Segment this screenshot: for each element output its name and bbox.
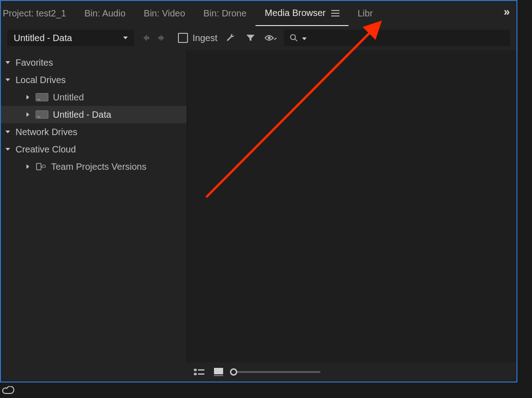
ingest-label: Ingest: [193, 33, 217, 43]
thumbnail-icon: [214, 368, 223, 376]
media-browser-footer: [1, 362, 516, 382]
media-browser-content[interactable]: [187, 50, 516, 362]
sidebar-section-creative-cloud[interactable]: Creative Cloud: [1, 141, 187, 158]
creative-cloud-icon: [2, 386, 15, 395]
file-type-toggle-button[interactable]: [264, 31, 277, 45]
chevron-down-icon: [123, 37, 128, 39]
tab-media-browser-label: Media Browser: [265, 8, 325, 18]
list-icon: [194, 368, 205, 376]
item-label: Team Projects Versions: [51, 162, 146, 172]
tab-project[interactable]: Project: test2_1: [3, 1, 75, 26]
nav-forward-button[interactable]: [157, 33, 167, 43]
chevron-right-icon: [25, 164, 31, 169]
arrow-right-icon: [157, 33, 167, 42]
chevron-down-icon: [5, 79, 11, 81]
sidebar-section-network-drives[interactable]: Network Drives: [1, 123, 187, 141]
chevron-right-icon: [25, 112, 31, 117]
panel-body: Favorites Local Drives Untitled Untitled…: [1, 50, 516, 362]
search-dropdown-caret[interactable]: [302, 34, 307, 42]
eye-icon: [264, 33, 277, 42]
current-path-label: Untitled - Data: [14, 33, 72, 43]
tab-bin-video[interactable]: Bin: Video: [135, 1, 194, 26]
arrow-left-icon: [141, 33, 150, 42]
drive-icon: [36, 110, 48, 119]
drive-icon: [36, 93, 48, 101]
svg-rect-9: [214, 375, 223, 376]
svg-line-2: [295, 39, 297, 42]
media-browser-toolbar: Untitled - Data Ingest: [1, 26, 516, 50]
tab-bin-drone[interactable]: Bin: Drone: [194, 1, 256, 26]
sidebar-item-team-projects-versions[interactable]: Team Projects Versions: [1, 158, 187, 175]
svg-rect-7: [198, 373, 204, 375]
section-label: Local Drives: [16, 75, 66, 85]
svg-point-1: [291, 35, 296, 40]
zoom-slider-thumb[interactable]: [230, 368, 237, 376]
tabs-overflow-button[interactable]: »: [504, 5, 532, 18]
list-view-button[interactable]: [193, 367, 206, 377]
svg-rect-5: [198, 369, 204, 371]
drive-label: Untitled: [53, 92, 84, 103]
media-browser-panel: Project: test2_1 Bin: Audio Bin: Video B…: [0, 0, 517, 382]
tab-media-browser[interactable]: Media Browser: [256, 1, 348, 26]
svg-point-0: [268, 37, 271, 39]
media-browser-sidebar[interactable]: Favorites Local Drives Untitled Untitled…: [1, 50, 187, 362]
panel-menu-icon[interactable]: [331, 10, 339, 16]
sidebar-drive-untitled-data[interactable]: Untitled - Data: [1, 106, 187, 123]
chevron-down-icon: [5, 131, 11, 133]
filter-button[interactable]: [244, 31, 257, 45]
section-label: Favorites: [16, 58, 53, 68]
svg-rect-3: [37, 163, 41, 170]
chevron-down-icon: [302, 37, 307, 40]
funnel-icon: [245, 33, 256, 43]
ingest-checkbox[interactable]: Ingest: [178, 33, 217, 43]
device-cloud-icon: [36, 162, 47, 171]
creative-cloud-badge[interactable]: [1, 384, 16, 397]
svg-rect-8: [214, 368, 223, 374]
chevron-down-icon: [5, 148, 11, 151]
wrench-icon: [225, 32, 236, 43]
drive-label: Untitled - Data: [53, 110, 111, 120]
sidebar-section-favorites[interactable]: Favorites: [1, 54, 187, 71]
svg-rect-4: [194, 369, 197, 371]
sidebar-section-local-drives[interactable]: Local Drives: [1, 71, 187, 89]
tab-bin-audio[interactable]: Bin: Audio: [75, 1, 135, 26]
search-icon: [289, 33, 298, 43]
sidebar-drive-untitled[interactable]: Untitled: [1, 89, 187, 106]
zoom-slider[interactable]: [234, 371, 320, 373]
nav-back-button[interactable]: [141, 33, 151, 43]
thumbnail-view-button[interactable]: [212, 367, 225, 377]
search-field[interactable]: [284, 30, 510, 46]
chevron-down-icon: [5, 61, 11, 64]
section-label: Network Drives: [16, 127, 78, 137]
section-label: Creative Cloud: [16, 144, 76, 155]
checkbox-icon: [178, 33, 188, 43]
current-path-dropdown[interactable]: Untitled - Data: [7, 30, 134, 46]
search-input[interactable]: [310, 33, 505, 43]
svg-rect-6: [194, 373, 197, 375]
panel-tab-bar: Project: test2_1 Bin: Audio Bin: Video B…: [1, 1, 516, 26]
chevron-right-icon: [25, 95, 31, 100]
tab-libraries[interactable]: Libr: [349, 1, 373, 26]
ingest-settings-button[interactable]: [224, 31, 237, 45]
